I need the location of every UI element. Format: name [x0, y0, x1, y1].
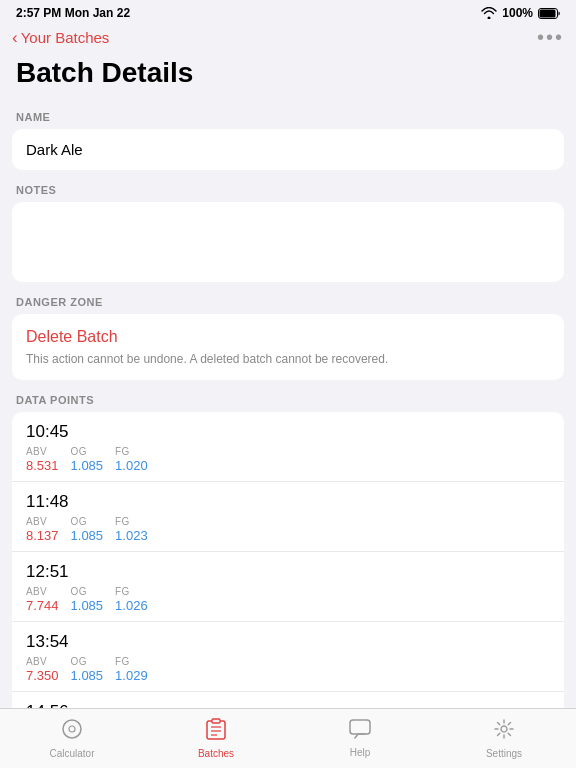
og-col: OG 1.085	[71, 656, 104, 683]
wifi-icon	[481, 7, 497, 19]
data-point-time: 11:48	[26, 492, 550, 512]
name-section-label: NAME	[0, 97, 576, 129]
fg-value: 1.029	[115, 668, 148, 683]
data-point-row[interactable]: 13:54 ABV 7.350 OG 1.085 FG 1.029	[12, 622, 564, 692]
abv-value: 8.531	[26, 458, 59, 473]
nav-bar: ‹ Your Batches •••	[0, 24, 576, 53]
abv-col: ABV 8.137	[26, 516, 59, 543]
data-point-time: 10:45	[26, 422, 550, 442]
abv-col: ABV 7.744	[26, 586, 59, 613]
og-label: OG	[71, 446, 104, 457]
fg-label: FG	[115, 446, 148, 457]
tab-settings[interactable]: Settings	[432, 718, 576, 759]
notes-section-label: NOTES	[0, 170, 576, 202]
svg-point-3	[69, 726, 75, 732]
og-value: 1.085	[71, 528, 104, 543]
delete-batch-button[interactable]: Delete Batch	[26, 328, 118, 346]
og-value: 1.085	[71, 668, 104, 683]
abv-label: ABV	[26, 446, 59, 457]
svg-point-10	[501, 726, 507, 732]
name-input[interactable]	[12, 129, 564, 170]
data-point-time: 13:54	[26, 632, 550, 652]
og-value: 1.085	[71, 598, 104, 613]
svg-line-16	[508, 733, 510, 735]
tab-bar: Calculator Batches Help Settings	[0, 708, 576, 768]
fg-value: 1.026	[115, 598, 148, 613]
abv-value: 8.137	[26, 528, 59, 543]
abv-value: 7.744	[26, 598, 59, 613]
fg-label: FG	[115, 656, 148, 667]
fg-label: FG	[115, 586, 148, 597]
svg-rect-9	[350, 720, 370, 734]
og-col: OG 1.085	[71, 516, 104, 543]
fg-col: FG 1.029	[115, 656, 148, 683]
danger-zone-section-label: DANGER ZONE	[0, 282, 576, 314]
scroll-content[interactable]: NAME NOTES DANGER ZONE Delete Batch This…	[0, 97, 576, 768]
abv-col: ABV 7.350	[26, 656, 59, 683]
data-point-row[interactable]: 11:48 ABV 8.137 OG 1.085 FG 1.023	[12, 482, 564, 552]
og-col: OG 1.085	[71, 586, 104, 613]
fg-value: 1.020	[115, 458, 148, 473]
svg-line-17	[508, 723, 510, 725]
back-button[interactable]: ‹ Your Batches	[12, 28, 109, 48]
back-label: Your Batches	[21, 29, 110, 46]
tab-label-settings: Settings	[486, 748, 522, 759]
more-options-button[interactable]: •••	[537, 26, 564, 49]
tab-label-help: Help	[350, 747, 371, 758]
tab-icon-batches	[206, 718, 226, 745]
og-value: 1.085	[71, 458, 104, 473]
og-col: OG 1.085	[71, 446, 104, 473]
fg-col: FG 1.026	[115, 586, 148, 613]
tab-label-calculator: Calculator	[49, 748, 94, 759]
tab-help[interactable]: Help	[288, 719, 432, 758]
data-point-values: ABV 8.137 OG 1.085 FG 1.023	[26, 516, 550, 543]
svg-rect-1	[540, 9, 556, 17]
tab-label-batches: Batches	[198, 748, 234, 759]
fg-col: FG 1.020	[115, 446, 148, 473]
svg-line-15	[498, 723, 500, 725]
data-point-row[interactable]: 12:51 ABV 7.744 OG 1.085 FG 1.026	[12, 552, 564, 622]
svg-rect-4	[207, 721, 225, 739]
svg-point-2	[63, 720, 81, 738]
notes-input[interactable]	[12, 202, 564, 282]
name-card	[12, 129, 564, 170]
fg-value: 1.023	[115, 528, 148, 543]
tab-calculator[interactable]: Calculator	[0, 718, 144, 759]
svg-rect-5	[212, 719, 220, 723]
battery-level: 100%	[502, 6, 533, 20]
tab-icon-help	[349, 719, 371, 744]
svg-line-18	[498, 733, 500, 735]
abv-label: ABV	[26, 656, 59, 667]
fg-label: FG	[115, 516, 148, 527]
abv-label: ABV	[26, 516, 59, 527]
delete-batch-note: This action cannot be undone. A deleted …	[26, 352, 550, 366]
og-label: OG	[71, 516, 104, 527]
og-label: OG	[71, 586, 104, 597]
notes-card	[12, 202, 564, 282]
abv-label: ABV	[26, 586, 59, 597]
data-points-section-label: DATA POINTS	[0, 380, 576, 412]
data-point-time: 12:51	[26, 562, 550, 582]
abv-value: 7.350	[26, 668, 59, 683]
data-point-values: ABV 8.531 OG 1.085 FG 1.020	[26, 446, 550, 473]
fg-col: FG 1.023	[115, 516, 148, 543]
tab-icon-calculator	[61, 718, 83, 745]
abv-col: ABV 8.531	[26, 446, 59, 473]
data-point-row[interactable]: 10:45 ABV 8.531 OG 1.085 FG 1.020	[12, 412, 564, 482]
tab-batches[interactable]: Batches	[144, 718, 288, 759]
page-title: Batch Details	[0, 53, 576, 97]
status-bar: 2:57 PM Mon Jan 22 100%	[0, 0, 576, 24]
tab-icon-settings	[493, 718, 515, 745]
status-time: 2:57 PM Mon Jan 22	[16, 6, 130, 20]
data-point-values: ABV 7.744 OG 1.085 FG 1.026	[26, 586, 550, 613]
back-chevron-icon: ‹	[12, 28, 18, 48]
data-point-values: ABV 7.350 OG 1.085 FG 1.029	[26, 656, 550, 683]
danger-zone-card: Delete Batch This action cannot be undon…	[12, 314, 564, 380]
battery-icon	[538, 8, 560, 19]
og-label: OG	[71, 656, 104, 667]
